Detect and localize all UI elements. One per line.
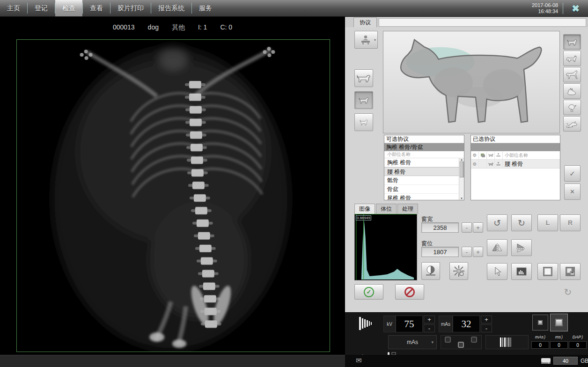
histogram-value-label: 0.66949 [356,215,371,220]
confirm-protocol-button[interactable]: ✓ [564,165,581,182]
main-menu: 主页 登记 检查 查看 胶片打印 报告系统 服务 [0,0,219,16]
exposure-mode-select[interactable]: mAs ▾ [388,335,437,349]
menu-item-service[interactable]: 服务 [192,0,219,16]
save-icon [565,266,576,277]
reset-button[interactable]: ↻ [555,284,581,300]
scroll-thumb[interactable] [460,161,464,177]
menu-separator [82,3,83,14]
menu-item-exam[interactable]: 检查 [55,0,82,16]
histogram-display[interactable]: 0.66949 [354,214,417,280]
rotate-ccw-icon: ↺ [493,218,501,228]
chosen-protocol-row[interactable]: ⚙ 腰 椎骨 [471,160,560,169]
top-menu-bar: 主页 登记 检查 查看 胶片打印 报告系统 服务 2017-06-08 16:4… [0,0,588,17]
aec-cell-center-icon[interactable] [458,342,464,348]
scroll-down-icon[interactable]: ▼ [460,197,463,200]
thin-dog-icon [358,117,369,127]
rabbit-icon [566,87,578,95]
pointer-icon [492,266,502,277]
protocol-item[interactable]: 骶骨 [384,176,464,185]
mas-minus-button[interactable]: - [481,324,492,332]
species-cat-button[interactable] [563,51,581,66]
dap-meter-value: 0 [569,341,587,349]
window-level-value[interactable]: 1807 [421,247,459,257]
medium-dog-icon [358,95,370,105]
body-type-medium-button[interactable] [354,91,373,109]
save-image-button[interactable] [560,263,581,280]
menu-item-view[interactable]: 查看 [83,0,110,16]
protocol-item[interactable]: 骨盆 [384,185,464,194]
protocol-group-row[interactable]: 胸椎 椎骨/骨盆 [384,143,464,151]
window-width-value[interactable]: 2358 [421,222,459,233]
auto-adjust-button[interactable] [449,262,468,280]
menu-item-report-system[interactable]: 报告系统 [151,0,191,16]
aec-cell-right-icon[interactable] [471,337,477,343]
available-protocols-list: 可选协议 胸椎 椎骨/骨盆 小部位名称 胸椎 椎骨 腰 椎骨 骶骨 骨盆 尾椎 … [384,135,464,200]
tab-image[interactable]: 图像 [354,204,375,214]
copy-count: C: 0 [220,23,232,32]
tab-process[interactable]: 处理 [397,204,418,214]
rotate-cw-button[interactable]: ↻ [511,214,532,231]
pointer-tool-button[interactable] [487,263,507,280]
xray-image[interactable] [16,39,330,352]
kv-plus-button[interactable]: + [424,316,435,323]
species-dog-button[interactable] [563,34,581,50]
species-horse-button[interactable] [563,67,581,82]
species-bird-button[interactable] [563,100,581,115]
menu-item-home[interactable]: 主页 [0,0,27,16]
time-text: 16:48:34 [532,8,558,15]
menu-item-film-print[interactable]: 胶片打印 [110,0,151,16]
window-width-plus-button[interactable]: + [473,222,483,233]
protocol-tab-row: 协议 [345,17,588,27]
anatomy-diagram[interactable] [383,31,560,133]
close-icon[interactable]: ✖ [568,3,583,14]
body-type-thin-button[interactable] [354,113,373,131]
patient-table-button[interactable]: ▾ [354,31,378,49]
accept-check-icon: ✓ [364,287,374,297]
study-header: 000013 dog 其他 I: 1 C: 0 [0,23,345,32]
table-mini-icon [495,160,503,168]
contrast-button[interactable] [421,262,440,280]
marker-right-button[interactable]: R [560,214,581,231]
menu-item-register[interactable]: 登记 [28,0,55,16]
rotate-ccw-button[interactable]: ↺ [487,214,507,231]
reject-image-button[interactable] [395,284,424,300]
window-level-plus-button[interactable]: + [473,247,483,257]
protocol-item-selected[interactable]: 腰 椎骨 [384,167,464,176]
small-focus-button[interactable] [532,315,548,330]
aec-cell-selector[interactable] [441,335,482,349]
species-reptile-button[interactable] [563,116,581,132]
accept-image-button[interactable]: ✓ [354,284,383,300]
scroll-up-icon[interactable]: ▲ [460,158,463,161]
marker-right-label: R [568,219,573,227]
message-envelope-icon[interactable]: ✉ [356,356,362,365]
window-width-minus-button[interactable]: - [462,222,472,233]
full-view-button[interactable] [537,263,558,280]
aec-cell-left-icon[interactable] [445,337,451,343]
tab-position[interactable]: 体位 [376,204,397,214]
tab-protocol[interactable]: 协议 [353,17,377,27]
body-type-heavy-button[interactable] [354,69,373,87]
chosen-protocol-label: 腰 椎骨 [503,160,523,168]
mas-plus-button[interactable]: + [481,316,492,323]
date-text: 2017-06-08 [532,2,558,8]
window-level-minus-button[interactable]: - [462,247,472,257]
flip-vertical-button[interactable] [511,239,532,256]
flip-horizontal-icon [491,242,503,253]
remove-protocol-button[interactable]: ✕ [564,184,581,200]
marker-left-button[interactable]: L [537,214,558,231]
image-analysis-button[interactable] [511,263,532,280]
kv-minus-button[interactable]: - [424,324,435,332]
large-focus-button[interactable] [550,314,568,331]
patient-id: 000013 [113,23,135,32]
barcode-button[interactable] [485,335,529,349]
protocol-item[interactable]: 胸椎 椎骨 [384,158,464,167]
protocol-item[interactable]: 尾椎 椎骨 [384,194,464,200]
available-list-scrollbar[interactable]: ▲ ▼ [459,158,464,200]
large-focus-icon [555,319,563,326]
hard-disk-icon [541,357,551,365]
lizard-icon [566,120,579,128]
topbar-divider [563,3,563,14]
copy-icon [479,151,487,159]
flip-horizontal-button[interactable] [487,239,507,256]
species-rabbit-button[interactable] [563,83,581,99]
